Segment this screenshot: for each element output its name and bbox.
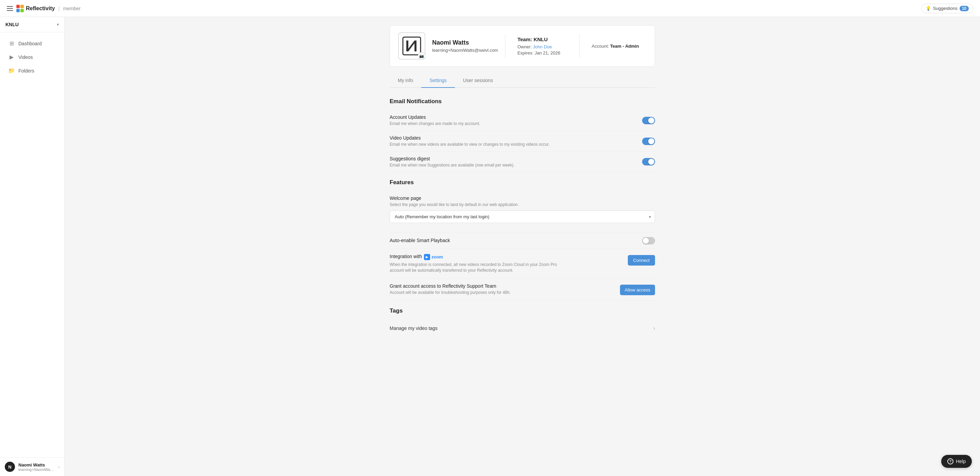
zoom-integration-row: Integration with ▶ zoom When the integra…	[390, 249, 655, 278]
org-name: KNLU	[5, 22, 19, 27]
sidebar-item-dashboard[interactable]: ⊞ Dashboard	[2, 37, 62, 50]
video-updates-desc: Email me when new videos are available t…	[390, 142, 566, 147]
chevron-down-icon: ▾	[57, 22, 59, 27]
welcome-page-row: Welcome page Select the page you would l…	[390, 192, 655, 233]
folders-icon: 📁	[8, 67, 15, 74]
profile-name: Naomi Watts	[432, 39, 498, 46]
suggestions-digest-text: Suggestions digest Email me when new Sug…	[390, 156, 642, 168]
smart-playback-row: Auto-enable Smart Playback	[390, 233, 655, 249]
dashboard-icon: ⊞	[8, 40, 15, 46]
owner-link[interactable]: John Doe	[533, 44, 552, 50]
logo-block: Reflectivity | member	[16, 5, 81, 12]
video-updates-text: Video Updates Email me when new videos a…	[390, 135, 642, 147]
tab-settings[interactable]: Settings	[421, 73, 455, 88]
account-updates-label: Account Updates	[390, 114, 642, 120]
help-icon: ?	[947, 458, 953, 465]
profile-divider-2	[579, 34, 579, 58]
logo-icon	[16, 5, 24, 12]
videos-icon: ▶	[8, 54, 15, 60]
sidebar-item-label: Videos	[18, 54, 33, 60]
welcome-page-select[interactable]: Auto (Remember my location from my last …	[390, 211, 655, 223]
manage-tags-row[interactable]: Manage my video tags ›	[390, 320, 655, 337]
app-title: Reflectivity	[26, 5, 55, 11]
sidebar-user-name: Naomi Watts	[18, 462, 55, 468]
avatar-wrap: 📷	[398, 32, 425, 59]
sidebar-item-label: Dashboard	[18, 41, 42, 46]
grant-access-desc: Account will be available for troublesho…	[390, 290, 566, 296]
profile-email: learning+NaomiWatts@swivl.com	[432, 48, 498, 53]
video-updates-label: Video Updates	[390, 135, 642, 141]
logo-divider: |	[58, 5, 60, 11]
suggestions-digest-desc: Email me when new Suggestions are availa…	[390, 163, 566, 168]
logo-sq-red	[16, 5, 20, 8]
account-updates-desc: Email me when changes are made to my acc…	[390, 121, 566, 127]
help-button[interactable]: ? Help	[941, 455, 972, 468]
tabs-container: My info Settings User sessions	[390, 73, 655, 88]
suggestions-digest-label: Suggestions digest	[390, 156, 642, 161]
tab-my-info[interactable]: My info	[390, 73, 421, 88]
nav-right: 💡 Suggestions 10	[921, 4, 973, 13]
hamburger-button[interactable]	[7, 6, 13, 11]
sidebar-footer-arrow-icon: ›	[58, 465, 60, 470]
app-membership: member	[63, 6, 81, 11]
toggle-slider	[642, 137, 655, 145]
logo-sq-yellow	[21, 5, 24, 8]
profile-divider	[505, 34, 505, 58]
zoom-integration-text: Integration with ▶ zoom When the integra…	[390, 254, 622, 273]
sidebar-footer[interactable]: N Naomi Watts learning+NaomiWatts@swi...…	[0, 457, 64, 476]
help-label: Help	[956, 458, 966, 464]
avatar: N	[5, 462, 15, 472]
welcome-page-label: Welcome page	[390, 195, 421, 201]
profile-team-expires: Expires: Jan 21, 2026	[517, 50, 567, 56]
account-updates-text: Account Updates Email me when changes ar…	[390, 114, 642, 127]
video-updates-toggle[interactable]	[642, 137, 655, 145]
tab-user-sessions[interactable]: User sessions	[455, 73, 501, 88]
main-content: 📷 Naomi Watts learning+NaomiWatts@swivl.…	[65, 17, 980, 476]
profile-card: 📷 Naomi Watts learning+NaomiWatts@swivl.…	[390, 25, 655, 67]
sidebar-item-folders[interactable]: 📁 Folders	[2, 64, 62, 77]
sidebar-footer-info: Naomi Watts learning+NaomiWatts@swi...	[18, 462, 55, 471]
toggle-slider	[642, 117, 655, 124]
profile-account: Account: Team - Admin	[586, 43, 646, 49]
welcome-page-select-wrap: Auto (Remember my location from my last …	[390, 211, 655, 223]
grant-access-label: Grant account access to Reflectivity Sup…	[390, 283, 614, 289]
settings-content: Email Notifications Account Updates Emai…	[390, 91, 655, 343]
sidebar-item-label: Folders	[18, 68, 34, 73]
suggestions-digest-toggle[interactable]	[642, 158, 655, 166]
profile-team: Team: KNLU Owner: John Doe Expires: Jan …	[512, 37, 572, 56]
org-selector[interactable]: KNLU ▾	[0, 17, 64, 32]
profile-team-name: Team: KNLU	[517, 37, 567, 42]
sidebar-item-videos[interactable]: ▶ Videos	[2, 50, 62, 64]
logo-sq-green	[21, 9, 24, 12]
smart-playback-label: Auto-enable Smart Playback	[390, 238, 642, 243]
email-notifications-title: Email Notifications	[390, 98, 655, 105]
zoom-integration-desc: When the integration is connected, all n…	[390, 262, 566, 273]
zoom-icon: ▶	[424, 254, 430, 260]
profile-info: Naomi Watts learning+NaomiWatts@swivl.co…	[432, 39, 498, 53]
suggestions-count: 10	[959, 6, 969, 11]
logo-sq-blue	[16, 9, 20, 12]
integration-label: Integration with	[390, 254, 422, 259]
sidebar-nav: ⊞ Dashboard ▶ Videos 📁 Folders	[0, 32, 64, 82]
main-layout: KNLU ▾ ⊞ Dashboard ▶ Videos 📁 Folders N …	[0, 17, 980, 476]
manage-tags-label: Manage my video tags	[390, 326, 438, 331]
tags-title: Tags	[390, 307, 655, 314]
allow-access-button[interactable]: Allow access	[620, 284, 655, 295]
account-updates-toggle[interactable]	[642, 117, 655, 124]
zoom-text: zoom	[431, 254, 443, 259]
smart-playback-toggle[interactable]	[642, 237, 655, 244]
account-type: Team - Admin	[610, 43, 639, 49]
connect-button[interactable]: Connect	[628, 255, 655, 265]
sidebar: KNLU ▾ ⊞ Dashboard ▶ Videos 📁 Folders N …	[0, 17, 65, 476]
welcome-page-desc: Select the page you would like to land b…	[390, 202, 519, 208]
grant-access-text: Grant account access to Reflectivity Sup…	[390, 283, 614, 296]
suggestions-button[interactable]: 💡 Suggestions 10	[921, 4, 973, 13]
suggestions-digest-row: Suggestions digest Email me when new Sug…	[390, 152, 655, 173]
camera-badge[interactable]: 📷	[418, 52, 425, 59]
sidebar-user-email: learning+NaomiWatts@swi...	[18, 468, 55, 471]
account-updates-row: Account Updates Email me when changes ar…	[390, 110, 655, 131]
zoom-logo: ▶ zoom	[424, 254, 443, 260]
video-updates-row: Video Updates Email me when new videos a…	[390, 131, 655, 152]
tabs: My info Settings User sessions	[390, 73, 655, 88]
smart-playback-text: Auto-enable Smart Playback	[390, 238, 642, 244]
